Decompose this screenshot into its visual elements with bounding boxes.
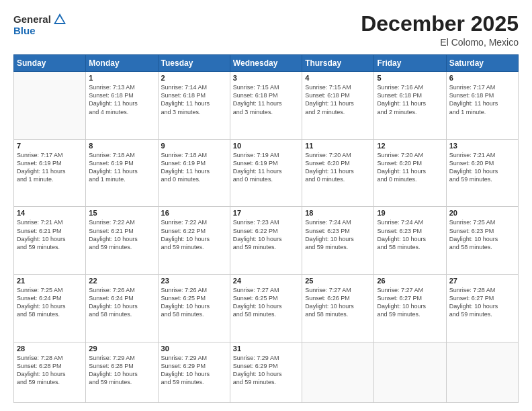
day-info: Sunrise: 7:29 AM Sunset: 6:29 PM Dayligh… — [233, 354, 299, 387]
page: General Blue December 2025 El Colomo, Me… — [0, 0, 532, 411]
calendar-day-cell — [14, 72, 86, 140]
day-number: 4 — [305, 74, 371, 82]
calendar-day-cell: 3Sunrise: 7:15 AM Sunset: 6:18 PM Daylig… — [230, 72, 302, 140]
calendar-day-cell: 14Sunrise: 7:21 AM Sunset: 6:21 PM Dayli… — [14, 207, 86, 275]
weekday-header: Wednesday — [230, 55, 302, 72]
calendar-day-cell: 22Sunrise: 7:26 AM Sunset: 6:24 PM Dayli… — [86, 275, 158, 342]
weekday-header: Monday — [86, 55, 158, 72]
weekday-header: Thursday — [302, 55, 374, 72]
calendar-day-cell: 5Sunrise: 7:16 AM Sunset: 6:18 PM Daylig… — [374, 72, 446, 140]
day-number: 18 — [305, 209, 371, 217]
calendar-day-cell: 12Sunrise: 7:20 AM Sunset: 6:20 PM Dayli… — [374, 139, 446, 207]
day-info: Sunrise: 7:27 AM Sunset: 6:25 PM Dayligh… — [233, 286, 299, 319]
logo-blue-text: Blue — [13, 26, 67, 37]
calendar-day-cell — [446, 342, 518, 402]
day-info: Sunrise: 7:25 AM Sunset: 6:24 PM Dayligh… — [17, 286, 83, 319]
logo-general-text: General — [13, 14, 51, 26]
calendar-table: SundayMondayTuesdayWednesdayThursdayFrid… — [13, 54, 519, 403]
calendar-day-cell — [302, 342, 374, 402]
day-number: 2 — [161, 74, 227, 82]
logo: General Blue — [13, 12, 67, 37]
day-info: Sunrise: 7:13 AM Sunset: 6:18 PM Dayligh… — [89, 83, 154, 116]
weekday-header: Saturday — [446, 55, 518, 72]
calendar-day-cell: 10Sunrise: 7:19 AM Sunset: 6:19 PM Dayli… — [230, 139, 302, 207]
day-info: Sunrise: 7:15 AM Sunset: 6:18 PM Dayligh… — [305, 83, 371, 116]
main-title: December 2025 — [361, 12, 519, 36]
day-info: Sunrise: 7:25 AM Sunset: 6:23 PM Dayligh… — [449, 218, 515, 251]
calendar-day-cell: 21Sunrise: 7:25 AM Sunset: 6:24 PM Dayli… — [14, 275, 86, 342]
day-number: 23 — [161, 277, 227, 285]
calendar-day-cell: 31Sunrise: 7:29 AM Sunset: 6:29 PM Dayli… — [230, 342, 302, 402]
calendar-day-cell: 26Sunrise: 7:27 AM Sunset: 6:27 PM Dayli… — [374, 275, 446, 342]
day-info: Sunrise: 7:15 AM Sunset: 6:18 PM Dayligh… — [233, 83, 299, 116]
day-number: 13 — [449, 142, 515, 150]
logo-icon — [52, 12, 67, 27]
day-info: Sunrise: 7:23 AM Sunset: 6:22 PM Dayligh… — [233, 218, 299, 251]
day-info: Sunrise: 7:18 AM Sunset: 6:19 PM Dayligh… — [161, 151, 227, 184]
day-number: 25 — [305, 277, 371, 285]
subtitle: El Colomo, Mexico — [361, 37, 519, 48]
day-info: Sunrise: 7:20 AM Sunset: 6:20 PM Dayligh… — [305, 151, 371, 184]
day-number: 29 — [89, 345, 154, 353]
day-number: 27 — [449, 277, 515, 285]
day-number: 1 — [89, 74, 154, 82]
weekday-header: Sunday — [14, 55, 86, 72]
calendar-day-cell: 6Sunrise: 7:17 AM Sunset: 6:18 PM Daylig… — [446, 72, 518, 140]
day-info: Sunrise: 7:14 AM Sunset: 6:18 PM Dayligh… — [161, 83, 227, 116]
calendar-day-cell: 8Sunrise: 7:18 AM Sunset: 6:19 PM Daylig… — [86, 139, 158, 207]
calendar-day-cell: 20Sunrise: 7:25 AM Sunset: 6:23 PM Dayli… — [446, 207, 518, 275]
calendar-day-cell — [374, 342, 446, 402]
day-info: Sunrise: 7:28 AM Sunset: 6:27 PM Dayligh… — [449, 286, 515, 319]
day-info: Sunrise: 7:17 AM Sunset: 6:18 PM Dayligh… — [449, 83, 515, 116]
calendar-week-row: 7Sunrise: 7:17 AM Sunset: 6:19 PM Daylig… — [14, 139, 519, 207]
day-info: Sunrise: 7:24 AM Sunset: 6:23 PM Dayligh… — [305, 218, 371, 251]
day-number: 22 — [89, 277, 154, 285]
calendar-day-cell: 17Sunrise: 7:23 AM Sunset: 6:22 PM Dayli… — [230, 207, 302, 275]
day-number: 24 — [233, 277, 299, 285]
day-number: 8 — [89, 142, 154, 150]
day-number: 10 — [233, 142, 299, 150]
calendar-day-cell: 9Sunrise: 7:18 AM Sunset: 6:19 PM Daylig… — [158, 139, 230, 207]
day-number: 14 — [17, 209, 83, 217]
calendar-week-row: 28Sunrise: 7:28 AM Sunset: 6:28 PM Dayli… — [14, 342, 519, 402]
day-number: 15 — [89, 209, 154, 217]
day-number: 3 — [233, 74, 299, 82]
header: General Blue December 2025 El Colomo, Me… — [13, 12, 519, 48]
day-info: Sunrise: 7:21 AM Sunset: 6:21 PM Dayligh… — [17, 218, 83, 251]
calendar-day-cell: 15Sunrise: 7:22 AM Sunset: 6:21 PM Dayli… — [86, 207, 158, 275]
title-block: December 2025 El Colomo, Mexico — [361, 12, 519, 48]
day-number: 28 — [17, 345, 83, 353]
calendar-day-cell: 28Sunrise: 7:28 AM Sunset: 6:28 PM Dayli… — [14, 342, 86, 402]
day-info: Sunrise: 7:21 AM Sunset: 6:20 PM Dayligh… — [449, 151, 515, 184]
day-info: Sunrise: 7:26 AM Sunset: 6:25 PM Dayligh… — [161, 286, 227, 319]
day-info: Sunrise: 7:29 AM Sunset: 6:28 PM Dayligh… — [89, 354, 154, 387]
calendar-day-cell: 24Sunrise: 7:27 AM Sunset: 6:25 PM Dayli… — [230, 275, 302, 342]
calendar-day-cell: 29Sunrise: 7:29 AM Sunset: 6:28 PM Dayli… — [86, 342, 158, 402]
day-number: 9 — [161, 142, 227, 150]
day-info: Sunrise: 7:18 AM Sunset: 6:19 PM Dayligh… — [89, 151, 154, 184]
calendar-day-cell: 4Sunrise: 7:15 AM Sunset: 6:18 PM Daylig… — [302, 72, 374, 140]
day-number: 20 — [449, 209, 515, 217]
day-info: Sunrise: 7:17 AM Sunset: 6:19 PM Dayligh… — [17, 151, 83, 184]
calendar-week-row: 14Sunrise: 7:21 AM Sunset: 6:21 PM Dayli… — [14, 207, 519, 275]
calendar-day-cell: 27Sunrise: 7:28 AM Sunset: 6:27 PM Dayli… — [446, 275, 518, 342]
calendar-day-cell: 2Sunrise: 7:14 AM Sunset: 6:18 PM Daylig… — [158, 72, 230, 140]
day-number: 19 — [377, 209, 443, 217]
calendar-day-cell: 1Sunrise: 7:13 AM Sunset: 6:18 PM Daylig… — [86, 72, 158, 140]
day-info: Sunrise: 7:22 AM Sunset: 6:22 PM Dayligh… — [161, 218, 227, 251]
day-number: 21 — [17, 277, 83, 285]
day-info: Sunrise: 7:22 AM Sunset: 6:21 PM Dayligh… — [89, 218, 154, 251]
weekday-header: Tuesday — [158, 55, 230, 72]
calendar-day-cell: 18Sunrise: 7:24 AM Sunset: 6:23 PM Dayli… — [302, 207, 374, 275]
day-info: Sunrise: 7:29 AM Sunset: 6:29 PM Dayligh… — [161, 354, 227, 387]
day-number: 30 — [161, 345, 227, 353]
calendar-day-cell: 19Sunrise: 7:24 AM Sunset: 6:23 PM Dayli… — [374, 207, 446, 275]
day-info: Sunrise: 7:16 AM Sunset: 6:18 PM Dayligh… — [377, 83, 443, 116]
day-number: 17 — [233, 209, 299, 217]
day-number: 11 — [305, 142, 371, 150]
calendar-week-row: 21Sunrise: 7:25 AM Sunset: 6:24 PM Dayli… — [14, 275, 519, 342]
calendar-day-cell: 16Sunrise: 7:22 AM Sunset: 6:22 PM Dayli… — [158, 207, 230, 275]
day-info: Sunrise: 7:27 AM Sunset: 6:26 PM Dayligh… — [305, 286, 371, 319]
day-number: 26 — [377, 277, 443, 285]
day-number: 31 — [233, 345, 299, 353]
